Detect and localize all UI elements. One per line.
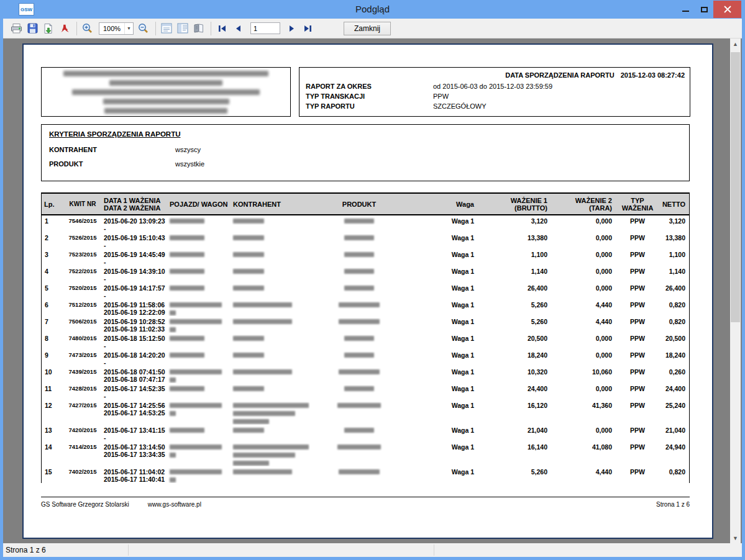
- scrollbar-thumb[interactable]: [731, 52, 740, 322]
- redacted-text: [233, 419, 269, 424]
- criteria-box: KRYTERIA SPORZĄDZENIA RAPORTU KONTRAHENT…: [41, 124, 690, 181]
- footer-company: GS Software Grzegorz Stolarski: [41, 501, 129, 508]
- cell-lp: 14: [42, 443, 63, 466]
- transaction-type-label: TYP TRANSKACJI: [306, 93, 365, 100]
- redacted-text: [170, 445, 222, 449]
- cell-kwit: 7420/2015: [63, 427, 103, 441]
- redacted-text: [337, 403, 381, 408]
- cell-lp: 6: [42, 301, 63, 316]
- vertical-scrollbar[interactable]: ▲ ▼: [730, 38, 741, 543]
- book-preview-icon: [193, 23, 205, 34]
- cell-typ: PPW: [617, 385, 658, 400]
- redacted-company-line: [63, 71, 268, 76]
- cell-netto: 3,120: [658, 217, 689, 232]
- cell-typ: PPW: [617, 335, 658, 350]
- cell-netto: 26,400: [658, 284, 689, 299]
- book-preview-button[interactable]: [191, 21, 206, 36]
- cell-kwit: 7512/2015: [63, 301, 103, 316]
- last-page-button[interactable]: [300, 21, 315, 36]
- cell-tara: 0,000: [552, 217, 617, 232]
- page-layout-icon: [177, 23, 188, 34]
- criteria-produkt-label: PRODUKT: [49, 160, 83, 168]
- redacted-text: [170, 336, 204, 341]
- cell-tara: 4,440: [552, 318, 617, 333]
- cell-waga: Waga 1: [408, 318, 483, 333]
- redacted-text: [233, 235, 264, 240]
- report-info-box: DATA SPORZĄDZENIA RAPORTU 2015-12-03 08:…: [299, 67, 690, 117]
- preview-canvas: DATA SPORZĄDZENIA RAPORTU 2015-12-03 08:…: [3, 38, 742, 543]
- next-page-button[interactable]: [284, 21, 299, 36]
- save-button[interactable]: [25, 21, 40, 36]
- scroll-down-icon[interactable]: ▼: [730, 533, 741, 543]
- page-number-input[interactable]: [250, 22, 280, 34]
- cell-waga: Waga 1: [408, 268, 483, 282]
- print-button[interactable]: [9, 21, 24, 36]
- footer-divider: [41, 497, 690, 497]
- cell-tara: 0,000: [552, 234, 617, 249]
- cell-data: 2015-06-18 07:41:50 2015-06-18 07:47:17: [103, 368, 168, 383]
- cell-tara: 0,000: [552, 251, 617, 266]
- cell-netto: 0,820: [658, 468, 689, 483]
- cell-waga: Waga 1: [408, 368, 483, 383]
- cell-brutto: 24,400: [483, 385, 552, 400]
- cell-produkt-redacted: [310, 427, 408, 441]
- cell-netto: 0,820: [658, 301, 689, 316]
- cell-typ: PPW: [617, 443, 658, 466]
- cell-pojazd-redacted: [168, 368, 232, 383]
- export-button[interactable]: [41, 21, 56, 36]
- table-row: 13 7420/2015 2015-06-17 13:41:15 - Waga …: [42, 425, 689, 441]
- redacted-text: [233, 411, 295, 416]
- cell-brutto: 10,320: [483, 368, 552, 383]
- close-preview-button[interactable]: Zamknij: [344, 22, 391, 35]
- cell-kontrahent-redacted: [232, 468, 310, 483]
- col-header-typ: TYP WAŻENIA: [617, 197, 658, 212]
- minimize-button[interactable]: [676, 1, 695, 18]
- weighing-table: Lp. KWIT NR DATA 1 WAŻENIA DATA 2 WAŻENI…: [41, 192, 690, 483]
- cell-kontrahent-redacted: [232, 351, 310, 366]
- cell-lp: 2: [42, 234, 63, 249]
- cell-typ: PPW: [617, 402, 658, 425]
- close-window-button[interactable]: [713, 1, 741, 18]
- cell-netto: 0,820: [658, 318, 689, 333]
- cell-produkt-redacted: [310, 402, 408, 425]
- zoom-level-combobox[interactable]: 100% ▼: [99, 22, 134, 35]
- redacted-text: [344, 428, 374, 433]
- maximize-button[interactable]: [695, 1, 713, 18]
- redacted-text: [233, 252, 264, 257]
- table-row: 12 7427/2015 2015-06-17 14:25:56 2015-06…: [42, 400, 689, 425]
- chevron-down-icon[interactable]: ▼: [124, 23, 133, 34]
- first-page-button[interactable]: [214, 21, 229, 36]
- prev-page-button[interactable]: [231, 21, 245, 36]
- cell-lp: 8: [42, 335, 63, 350]
- redacted-text: [344, 252, 374, 257]
- cell-brutto: 20,500: [483, 335, 552, 350]
- zoom-in-button[interactable]: [80, 21, 95, 36]
- redacted-text: [344, 386, 374, 391]
- redacted-text: [233, 302, 292, 307]
- window-title: Podgląd: [0, 0, 745, 19]
- cell-netto: 1,100: [658, 251, 689, 266]
- toolbar-separator: [155, 22, 156, 35]
- redacted-text: [233, 386, 264, 391]
- cell-brutto: 13,380: [483, 234, 552, 249]
- scroll-up-icon[interactable]: ▲: [730, 38, 741, 49]
- close-icon: [724, 6, 731, 13]
- col-header-kwit: KWIT NR: [63, 201, 103, 208]
- cell-waga: Waga 1: [408, 234, 483, 249]
- table-row: 5 7520/2015 2015-06-19 14:17:57 - Waga 1…: [42, 282, 689, 299]
- zoom-out-button[interactable]: [136, 21, 151, 36]
- cell-produkt-redacted: [310, 284, 408, 299]
- page-layout-button[interactable]: [175, 21, 190, 36]
- cell-data: 2015-06-20 13:09:23 -: [103, 217, 168, 232]
- redacted-text: [170, 453, 176, 458]
- pdf-button[interactable]: [57, 21, 72, 36]
- redacted-text: [339, 302, 380, 307]
- cell-netto: 24,940: [658, 443, 689, 466]
- last-page-icon: [303, 24, 313, 33]
- criteria-kontrahent-value: wszyscy: [175, 146, 201, 153]
- cell-waga: Waga 1: [408, 335, 483, 350]
- zoom-out-icon: [138, 23, 149, 34]
- criteria-kontrahent-label: KONTRAHENT: [49, 146, 97, 153]
- page-view-button[interactable]: [159, 21, 174, 36]
- cell-waga: Waga 1: [408, 301, 483, 316]
